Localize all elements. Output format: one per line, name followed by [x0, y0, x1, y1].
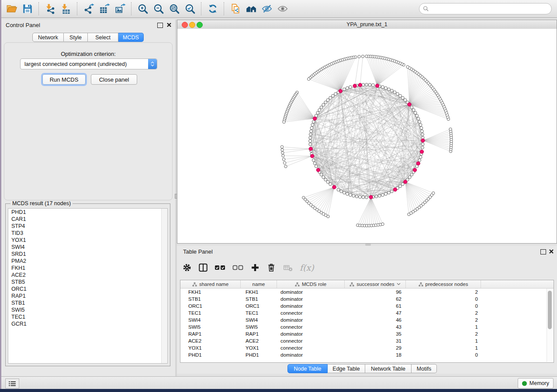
- ring-node[interactable]: [421, 146, 424, 149]
- cell[interactable]: 2: [406, 309, 481, 316]
- task-history-button[interactable]: [5, 378, 19, 389]
- leaf-node[interactable]: [283, 162, 286, 164]
- ring-node[interactable]: [378, 194, 381, 197]
- ring-node[interactable]: [322, 176, 325, 179]
- ring-node[interactable]: [334, 93, 337, 96]
- cell[interactable]: SWI5: [241, 323, 277, 330]
- cell[interactable]: FKH1: [241, 289, 277, 296]
- ring-node[interactable]: [391, 89, 394, 92]
- ring-node[interactable]: [332, 94, 335, 97]
- ring-node[interactable]: [391, 190, 394, 193]
- mcds-hub-node[interactable]: [393, 188, 397, 191]
- cell[interactable]: 96: [345, 289, 406, 296]
- ring-node[interactable]: [340, 190, 343, 193]
- table-row[interactable]: YOX1YOX1connector291: [180, 344, 554, 351]
- column-header-name[interactable]: name: [241, 280, 277, 288]
- mcds-result-item[interactable]: RAP1: [8, 292, 167, 299]
- ring-node[interactable]: [337, 188, 340, 191]
- mcds-hub-node[interactable]: [339, 89, 342, 93]
- ring-node[interactable]: [410, 106, 413, 109]
- close-panel-icon[interactable]: [166, 22, 172, 28]
- cell[interactable]: ORC1: [180, 303, 241, 309]
- mcds-hub-node[interactable]: [375, 84, 379, 87]
- cell[interactable]: TEC1: [241, 309, 277, 316]
- ring-node[interactable]: [311, 124, 314, 127]
- ring-node[interactable]: [419, 156, 422, 159]
- ring-node[interactable]: [381, 193, 384, 196]
- ring-node[interactable]: [315, 165, 318, 168]
- mcds-result-item[interactable]: SWI4: [8, 244, 167, 251]
- ring-node[interactable]: [309, 136, 312, 139]
- ring-node[interactable]: [324, 178, 327, 181]
- cell[interactable]: 1: [406, 344, 481, 351]
- float-panel-icon[interactable]: [157, 23, 163, 28]
- mcds-hub-node[interactable]: [332, 186, 336, 189]
- cell[interactable]: 18: [345, 351, 406, 358]
- ring-node[interactable]: [362, 196, 365, 199]
- first-neighbors-button[interactable]: [243, 1, 259, 16]
- leaf-node[interactable]: [282, 155, 284, 157]
- ring-node[interactable]: [396, 93, 399, 96]
- cell[interactable]: connector: [277, 309, 345, 316]
- cell[interactable]: ACE2: [180, 337, 241, 344]
- ring-node[interactable]: [309, 133, 312, 136]
- ring-node[interactable]: [421, 130, 424, 133]
- ring-node[interactable]: [381, 86, 384, 89]
- ring-node[interactable]: [375, 195, 378, 198]
- cell[interactable]: ACE2: [241, 337, 277, 344]
- ring-node[interactable]: [352, 194, 355, 197]
- table-settings-button[interactable]: [182, 263, 192, 272]
- cell[interactable]: SWI4: [241, 316, 277, 323]
- cell[interactable]: RAP1: [180, 330, 241, 337]
- search-field[interactable]: [419, 3, 552, 14]
- mcds-result-item[interactable]: ORC1: [8, 285, 167, 292]
- close-panel-icon[interactable]: [548, 248, 554, 254]
- column-header-predecessor-nodes[interactable]: predecessor nodes: [406, 280, 481, 288]
- cell[interactable]: 47: [345, 309, 406, 316]
- ring-node[interactable]: [372, 84, 375, 87]
- ring-node[interactable]: [329, 182, 332, 186]
- zoom-in-button[interactable]: [135, 1, 151, 16]
- cell[interactable]: SWI5: [180, 323, 241, 330]
- mcds-result-item[interactable]: STB1: [8, 299, 167, 306]
- leaf-node[interactable]: [281, 148, 284, 151]
- table-row[interactable]: TEC1TEC1connector472: [180, 309, 554, 316]
- leaf-node[interactable]: [365, 55, 368, 58]
- ring-node[interactable]: [329, 96, 332, 100]
- mcds-hub-node[interactable]: [369, 195, 373, 199]
- cell[interactable]: connector: [277, 323, 345, 330]
- mcds-hub-node[interactable]: [404, 180, 407, 183]
- mcds-hub-node[interactable]: [416, 162, 420, 165]
- ring-node[interactable]: [320, 106, 323, 109]
- cell[interactable]: ORC1: [241, 303, 277, 309]
- cell[interactable]: dominator: [277, 303, 345, 309]
- cell[interactable]: RAP1: [241, 330, 277, 337]
- ring-node[interactable]: [320, 173, 323, 176]
- import-table-button[interactable]: [58, 1, 74, 16]
- export-image-button[interactable]: [112, 1, 128, 16]
- ring-node[interactable]: [312, 120, 315, 124]
- cell[interactable]: TEC1: [180, 309, 241, 316]
- mcds-result-item[interactable]: YOX1: [8, 237, 167, 244]
- mcds-hub-node[interactable]: [420, 150, 423, 153]
- search-input[interactable]: [429, 5, 548, 12]
- ring-node[interactable]: [417, 117, 420, 120]
- tab-node-table[interactable]: Node Table: [287, 364, 328, 373]
- tab-style[interactable]: Style: [64, 33, 88, 42]
- tab-select[interactable]: Select: [88, 33, 118, 42]
- table-row[interactable]: ORC1ORC1dominator610: [180, 303, 554, 309]
- mcds-hub-node[interactable]: [313, 117, 317, 120]
- table-row[interactable]: FKH1FKH1dominator962: [180, 289, 554, 296]
- ring-node[interactable]: [355, 195, 358, 198]
- ring-node[interactable]: [419, 124, 422, 127]
- cell[interactable]: 43: [345, 323, 406, 330]
- optimization-criterion-select[interactable]: largest connected component (undirected): [20, 58, 157, 69]
- table-row[interactable]: SWI4SWI4dominator462: [180, 316, 554, 323]
- cell[interactable]: connector: [277, 337, 345, 344]
- show-all-button[interactable]: [275, 1, 291, 16]
- table-row[interactable]: SWI5SWI5connector431: [180, 323, 554, 330]
- function-builder-button[interactable]: f(x): [300, 263, 314, 272]
- cell[interactable]: 0: [406, 296, 481, 303]
- cell[interactable]: 31: [345, 337, 406, 344]
- copy-network-view-button[interactable]: [228, 1, 243, 16]
